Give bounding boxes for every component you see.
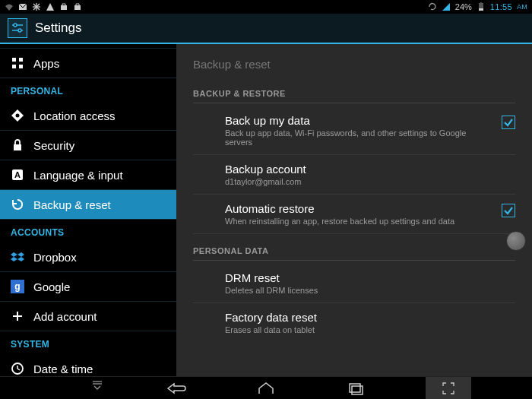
section-personal-data: PERSONAL DATA — [193, 242, 515, 261]
status-left — [5, 2, 82, 11]
warning-icon — [46, 2, 55, 11]
pane-title: Backup & reset — [193, 58, 515, 71]
sidebar-item-language[interactable]: A Language & input — [0, 160, 176, 190]
navigation-bar — [0, 376, 532, 399]
svg-rect-19 — [14, 144, 21, 150]
svg-rect-8 — [479, 8, 483, 11]
sidebar-item-label: Language & input — [33, 169, 123, 182]
screen: 24% 11:55 AM Settings Apps PERSONAL Loca… — [0, 0, 532, 399]
svg-point-18 — [16, 114, 20, 118]
checkbox-auto-restore[interactable] — [502, 204, 515, 217]
battery-pct: 24% — [455, 2, 472, 11]
svg-rect-16 — [12, 65, 16, 68]
row-subtitle: Back up app data, Wi-Fi passwords, and o… — [225, 128, 494, 147]
row-backup-my-data[interactable]: Back up my data Back up app data, Wi-Fi … — [193, 106, 515, 155]
row-drm-reset[interactable]: DRM reset Deletes all DRM licenses — [193, 264, 515, 303]
nav-screenshot-button[interactable] — [426, 377, 471, 399]
row-backup-account[interactable]: Backup account d1taylor@gmail.com — [193, 155, 515, 195]
mail-icon — [18, 2, 27, 11]
sidebar-item-label: Add account — [33, 310, 97, 323]
row-subtitle: Deletes all DRM licenses — [225, 286, 515, 295]
sidebar-item-label: Location access — [33, 109, 116, 122]
nav-back-button[interactable] — [166, 381, 187, 396]
sidebar-item-add-account[interactable]: Add account — [0, 302, 176, 331]
svg-rect-6 — [74, 5, 81, 10]
battery-icon — [477, 2, 486, 11]
sidebar-header-personal: PERSONAL — [0, 78, 176, 101]
language-icon: A — [11, 168, 24, 182]
asterisk-icon — [32, 2, 41, 11]
sidebar-item-location[interactable]: Location access — [0, 101, 176, 131]
row-title: Factory data reset — [225, 311, 515, 324]
svg-rect-9 — [480, 2, 482, 3]
sidebar-item-apps[interactable]: Apps — [0, 49, 176, 78]
row-subtitle: d1taylor@gmail.com — [225, 177, 515, 186]
plus-icon — [11, 309, 24, 323]
body: Apps PERSONAL Location access Security A… — [0, 44, 532, 376]
sync-icon — [428, 2, 437, 11]
location-icon — [11, 109, 24, 122]
svg-rect-33 — [350, 384, 360, 392]
settings-sidebar: Apps PERSONAL Location access Security A… — [0, 44, 176, 376]
sidebar-item-label: Google — [33, 280, 70, 293]
svg-rect-14 — [12, 58, 16, 62]
sidebar-item-dropbox[interactable]: Dropbox — [0, 242, 176, 272]
google-icon: g — [11, 280, 24, 293]
sidebar-item-security[interactable]: Security — [0, 131, 176, 160]
svg-line-28 — [17, 369, 20, 370]
wifi-weak-icon — [5, 2, 14, 11]
svg-rect-15 — [19, 58, 23, 62]
section-backup-restore: BACKUP & RESTORE — [193, 84, 515, 103]
row-title: Backup account — [225, 163, 515, 176]
sidebar-header-accounts: ACCOUNTS — [0, 220, 176, 242]
sidebar-item-label: Apps — [33, 57, 59, 70]
svg-rect-34 — [352, 386, 363, 394]
sidebar-item-datetime[interactable]: Date & time — [0, 354, 176, 376]
row-factory-reset[interactable]: Factory data reset Erases all data on ta… — [193, 303, 515, 342]
row-subtitle: Erases all data on tablet — [225, 325, 515, 334]
sidebar-item-label: Date & time — [33, 363, 93, 375]
settings-detail-pane: Backup & reset BACKUP & RESTORE Back up … — [176, 44, 532, 376]
row-subtitle: When reinstalling an app, restore backed… — [225, 217, 494, 226]
status-bar: 24% 11:55 AM — [0, 0, 532, 14]
row-automatic-restore[interactable]: Automatic restore When reinstalling an a… — [193, 195, 515, 234]
sidebar-header-system: SYSTEM — [0, 331, 176, 354]
settings-app-icon[interactable] — [8, 18, 27, 38]
restore-icon — [11, 198, 24, 211]
svg-point-12 — [14, 24, 17, 27]
nav-recent-button[interactable] — [345, 381, 366, 396]
action-bar: Settings — [0, 14, 532, 44]
svg-rect-17 — [19, 65, 23, 68]
sidebar-item-label: Security — [33, 139, 74, 152]
signal-icon — [442, 2, 451, 11]
svg-rect-5 — [61, 5, 67, 10]
svg-text:A: A — [14, 170, 21, 179]
nav-home-button[interactable] — [255, 381, 277, 396]
sidebar-item-google[interactable]: g Google — [0, 272, 176, 302]
dropbox-icon — [11, 250, 24, 264]
row-title: Back up my data — [225, 114, 494, 127]
sidebar-item-label: Backup & reset — [33, 198, 111, 211]
checkbox-backup-data[interactable] — [502, 116, 515, 129]
svg-text:g: g — [14, 281, 20, 292]
svg-point-13 — [18, 29, 21, 32]
clock-ampm: AM — [517, 3, 527, 11]
assistive-touch-handle[interactable] — [506, 231, 526, 251]
nav-expand-hint-icon[interactable] — [90, 379, 105, 393]
apps-icon — [11, 56, 24, 70]
clock-icon — [11, 362, 24, 375]
clock-time: 11:55 — [490, 2, 512, 11]
store-2-icon — [73, 2, 82, 11]
action-bar-title: Settings — [35, 21, 81, 36]
sidebar-item-label: Dropbox — [33, 251, 77, 264]
store-icon — [59, 2, 68, 11]
lock-icon — [11, 138, 24, 152]
sidebar-item-backup[interactable]: Backup & reset — [0, 190, 176, 220]
status-right: 24% 11:55 AM — [428, 2, 527, 11]
row-title: Automatic restore — [225, 202, 494, 215]
row-title: DRM reset — [225, 271, 515, 284]
